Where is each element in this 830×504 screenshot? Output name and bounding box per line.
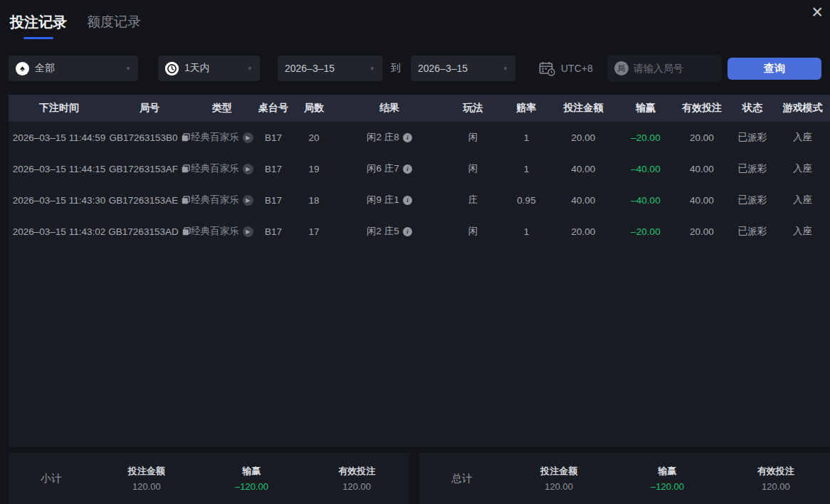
tab-quota-records[interactable]: 额度记录 <box>87 13 141 38</box>
cell-table-no: B17 <box>255 226 292 237</box>
round-icon: 局 <box>614 61 629 75</box>
col-round-id: 局号 <box>110 102 189 115</box>
top-bar: 投注记录 额度记录 × <box>0 0 830 44</box>
total-valid-bet: 有效投注 120.00 <box>722 465 830 492</box>
total-bet-amount: 投注金额 120.00 <box>505 465 613 492</box>
cell-win-loss: –40.00 <box>617 195 674 206</box>
col-table-no: 桌台号 <box>255 102 292 115</box>
table-row[interactable]: 2026–03–15 11:44:59 GB17263153B0 经典百家乐 ▶… <box>9 122 830 153</box>
game-type-value: 全部 <box>35 62 55 75</box>
cell-game-mode: 入座 <box>775 162 830 175</box>
cell-win-loss: –40.00 <box>617 164 674 174</box>
close-icon[interactable]: × <box>811 3 823 22</box>
total-label: 总计 <box>419 472 505 485</box>
cell-result: 闲2 庄8 i <box>336 131 443 144</box>
cell-game-mode: 入座 <box>775 131 830 144</box>
col-win-loss: 输赢 <box>617 102 674 115</box>
col-game-mode: 游戏模式 <box>775 102 830 115</box>
cell-valid-bet: 20.00 <box>674 132 730 143</box>
subtotal-bet-amount: 投注金额 120.00 <box>94 465 199 492</box>
col-valid-bet: 有效投注 <box>674 102 730 115</box>
cell-valid-bet: 20.00 <box>674 226 730 237</box>
to-label: 到 <box>391 62 401 75</box>
cell-valid-bet: 40.00 <box>674 195 730 206</box>
summary-bar: 小计 投注金额 120.00 输赢 –120.00 有效投注 120.00 总计… <box>0 453 830 504</box>
total-win-loss: 输赢 –120.00 <box>613 465 721 492</box>
game-type-select[interactable]: ♠ 全部 ▼ <box>9 56 138 81</box>
cell-game-type: 经典百家乐 ▶ <box>189 131 255 144</box>
cell-round-id: GB17263153AE <box>110 195 189 206</box>
col-type: 类型 <box>189 102 255 115</box>
info-icon[interactable]: i <box>403 133 412 142</box>
info-icon[interactable]: i <box>403 196 412 205</box>
cell-odds: 1 <box>503 226 550 237</box>
copy-icon[interactable] <box>182 133 190 142</box>
date-from-picker[interactable]: 2026–3–15 ▼ <box>278 56 382 81</box>
cell-play: 庄 <box>443 194 503 206</box>
cell-round-id: GB17263153AD <box>110 226 189 237</box>
cell-result: 闲2 庄5 i <box>336 225 443 238</box>
cell-bet-time: 2026–03–15 11:43:02 <box>9 226 110 237</box>
table-header: 下注时间 局号 类型 桌台号 局数 结果 玩法 赔率 投注金额 输赢 有效投注 … <box>9 95 830 122</box>
cell-bet-amount: 20.00 <box>550 132 617 143</box>
chevron-down-icon: ▼ <box>503 65 508 72</box>
cell-bet-time: 2026–03–15 11:44:59 <box>9 132 110 143</box>
info-icon[interactable]: i <box>403 164 412 174</box>
time-range-select[interactable]: 1天内 ▼ <box>158 56 260 81</box>
col-play: 玩法 <box>443 102 503 115</box>
col-status: 状态 <box>730 102 775 115</box>
play-circle-icon[interactable]: ▶ <box>243 164 253 174</box>
cell-odds: 1 <box>503 164 550 174</box>
cell-win-loss: –20.00 <box>617 132 674 143</box>
play-circle-icon[interactable]: ▶ <box>243 132 253 143</box>
info-icon[interactable]: i <box>403 227 412 236</box>
cell-result: 闲6 庄7 i <box>336 162 443 175</box>
clock-icon <box>165 62 179 75</box>
table-row[interactable]: 2026–03–15 11:43:30 GB17263153AE 经典百家乐 ▶… <box>9 184 830 216</box>
cell-bet-time: 2026–03–15 11:43:30 <box>9 195 110 206</box>
col-bet-amount: 投注金额 <box>550 102 617 115</box>
cell-bet-time: 2026–03–15 11:44:15 <box>9 164 110 174</box>
cell-bet-amount: 40.00 <box>550 195 617 206</box>
col-result: 结果 <box>336 102 443 115</box>
filter-bar: ♠ 全部 ▼ 1天内 ▼ 2026–3–15 ▼ 到 2026–3–15 ▼ U… <box>9 56 821 81</box>
cell-game-mode: 入座 <box>775 194 830 206</box>
subtotal-win-loss: 输赢 –120.00 <box>199 465 305 492</box>
date-to-value: 2026–3–15 <box>418 63 468 74</box>
date-to-picker[interactable]: 2026–3–15 ▼ <box>411 56 515 81</box>
cell-odds: 1 <box>503 132 550 143</box>
cell-game-type: 经典百家乐 ▶ <box>189 194 255 206</box>
cell-round-no: 20 <box>292 132 336 143</box>
round-id-input[interactable] <box>634 63 714 74</box>
cell-table-no: B17 <box>255 195 292 206</box>
round-id-field: 局 <box>607 56 721 81</box>
cell-play: 闲 <box>443 131 503 144</box>
date-from-value: 2026–3–15 <box>285 63 335 74</box>
cell-game-type: 经典百家乐 ▶ <box>189 225 255 238</box>
cell-table-no: B17 <box>255 164 292 174</box>
cell-status: 已派彩 <box>730 131 775 144</box>
cell-status: 已派彩 <box>730 162 775 175</box>
cell-round-no: 19 <box>292 164 336 174</box>
tab-bet-records[interactable]: 投注记录 <box>10 13 67 39</box>
total-panel: 总计 投注金额 120.00 输赢 –120.00 有效投注 120.00 <box>419 453 830 504</box>
play-circle-icon[interactable]: ▶ <box>243 195 253 206</box>
cell-table-no: B17 <box>255 132 292 143</box>
col-odds: 赔率 <box>503 102 550 115</box>
table-row[interactable]: 2026–03–15 11:43:02 GB17263153AD 经典百家乐 ▶… <box>9 216 830 247</box>
cell-game-mode: 入座 <box>775 225 830 238</box>
play-circle-icon[interactable]: ▶ <box>243 226 253 237</box>
timezone-indicator: UTC+8 <box>539 61 593 76</box>
cell-round-id: GB17263153AF <box>110 164 189 174</box>
calendar-clock-icon <box>539 61 555 76</box>
col-round-no: 局数 <box>292 102 336 115</box>
bet-records-table: 下注时间 局号 类型 桌台号 局数 结果 玩法 赔率 投注金额 输赢 有效投注 … <box>9 95 830 447</box>
table-row[interactable]: 2026–03–15 11:44:15 GB17263153AF 经典百家乐 ▶… <box>9 153 830 184</box>
cell-bet-amount: 20.00 <box>550 226 617 237</box>
query-button[interactable]: 查询 <box>727 58 821 80</box>
cell-game-type: 经典百家乐 ▶ <box>189 162 255 175</box>
cell-result: 闲9 庄1 i <box>336 194 443 206</box>
cell-status: 已派彩 <box>730 225 775 238</box>
cell-bet-amount: 40.00 <box>550 164 617 174</box>
cell-play: 闲 <box>443 225 503 238</box>
